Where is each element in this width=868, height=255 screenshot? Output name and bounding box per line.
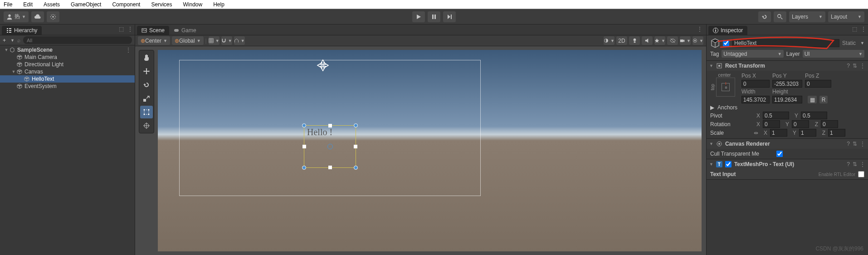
- handle-dropdown[interactable]: ⊛Global▼: [172, 36, 204, 45]
- add-icon[interactable]: +: [3, 37, 6, 44]
- cull-checkbox[interactable]: [776, 151, 783, 157]
- rect-tool[interactable]: [140, 106, 153, 118]
- rtl-checkbox[interactable]: [858, 171, 864, 177]
- panel-menu-icon[interactable]: ⋮: [697, 26, 702, 32]
- tree-row[interactable]: ▼Canvas: [0, 68, 135, 75]
- help-icon[interactable]: ?: [847, 63, 850, 69]
- menu-window[interactable]: Window: [183, 1, 202, 8]
- inspector-tab[interactable]: Inspector: [708, 26, 747, 35]
- tree-row[interactable]: HelloText: [0, 75, 135, 83]
- audio-button[interactable]: [642, 36, 653, 45]
- manage-button[interactable]: [47, 11, 59, 22]
- scene-viewport[interactable]: Hello !: [135, 46, 706, 255]
- layout-dropdown[interactable]: Layout▼: [828, 11, 864, 22]
- preset-icon[interactable]: ⇅: [853, 141, 857, 147]
- menu-file[interactable]: File: [4, 1, 12, 8]
- pivot-dropdown[interactable]: ⊕Center▼: [138, 36, 170, 45]
- hierarchy-search-input[interactable]: [23, 36, 132, 44]
- layers-dropdown[interactable]: Layers▼: [789, 11, 825, 22]
- panel-menu-icon[interactable]: ⋮: [127, 26, 133, 32]
- layer-dropdown[interactable]: UI▼: [803, 50, 864, 58]
- tag-dropdown[interactable]: Untagged▼: [722, 50, 783, 58]
- 2d-button[interactable]: 2D: [616, 36, 627, 45]
- posz-input[interactable]: [805, 80, 831, 88]
- tree-row[interactable]: Main Camera: [0, 54, 135, 61]
- pause-button[interactable]: [428, 11, 440, 22]
- menu-icon[interactable]: ⋮: [860, 63, 865, 69]
- hierarchy-tree[interactable]: ▼SampleScene⋮Main CameraDirectional Ligh…: [0, 45, 135, 255]
- scene-tab[interactable]: Scene: [137, 26, 169, 35]
- handle-tr[interactable]: [354, 123, 358, 128]
- cloud-button[interactable]: [31, 11, 44, 22]
- static-dropdown[interactable]: ▼: [860, 41, 864, 45]
- rect-transform-header[interactable]: ▼ Rect Transform ?⇅⋮: [707, 61, 868, 71]
- handle-tl[interactable]: [302, 123, 306, 128]
- handle-r[interactable]: [354, 145, 357, 148]
- menu-icon[interactable]: ⋮: [860, 141, 865, 147]
- gameobject-name-input[interactable]: [732, 39, 839, 47]
- hierarchy-tab[interactable]: Hierarchy: [2, 26, 42, 35]
- handle-b[interactable]: [328, 166, 332, 169]
- rot-y-input[interactable]: [792, 120, 809, 128]
- pivot-center-icon[interactable]: [327, 144, 333, 149]
- account-button[interactable]: 热 ▼: [4, 11, 29, 22]
- tmp-header[interactable]: ▼ T TextMeshPro - Text (UI) ?⇅⋮: [707, 159, 868, 169]
- panel-lock-icon[interactable]: ⬚: [119, 26, 124, 32]
- canvas-renderer-header[interactable]: ▼ Canvas Renderer ?⇅⋮: [707, 139, 868, 149]
- link-icon[interactable]: ⇹: [754, 130, 758, 136]
- blueprint-button[interactable]: ▦: [808, 96, 817, 103]
- pivot-x-input[interactable]: [763, 112, 789, 119]
- preset-icon[interactable]: ⇅: [853, 63, 857, 69]
- menu-icon[interactable]: ⋮: [126, 47, 131, 53]
- shading-dropdown[interactable]: ▼: [604, 36, 614, 45]
- help-icon[interactable]: ?: [847, 141, 850, 147]
- posx-input[interactable]: [741, 80, 770, 88]
- rotate-tool[interactable]: [140, 78, 153, 91]
- grid-button[interactable]: ▼: [209, 36, 219, 45]
- effects-button[interactable]: ▼: [654, 36, 665, 45]
- pivot-y-input[interactable]: [801, 112, 827, 119]
- camera-settings-button[interactable]: ▼: [680, 36, 691, 45]
- help-icon[interactable]: ?: [847, 161, 850, 167]
- game-tab[interactable]: Game: [169, 26, 201, 35]
- fold-icon[interactable]: ▼: [11, 69, 16, 74]
- rot-x-input[interactable]: [763, 120, 780, 128]
- tree-row[interactable]: ▼SampleScene⋮: [0, 46, 135, 54]
- hidden-button[interactable]: [667, 36, 678, 45]
- menu-edit[interactable]: Edit: [23, 1, 33, 8]
- menu-gameobject[interactable]: GameObject: [71, 1, 101, 8]
- handle-br[interactable]: [354, 166, 358, 170]
- height-input[interactable]: [772, 96, 802, 103]
- scale-x-input[interactable]: [770, 129, 787, 137]
- handle-bl[interactable]: [302, 166, 306, 170]
- menu-icon[interactable]: ⋮: [860, 161, 865, 167]
- move-tool[interactable]: [140, 65, 153, 78]
- selected-rect[interactable]: Hello !: [304, 125, 356, 168]
- fold-icon[interactable]: ▼: [4, 48, 9, 52]
- posy-input[interactable]: [772, 80, 802, 88]
- gizmo-button[interactable]: ▼: [692, 36, 703, 45]
- hand-tool[interactable]: [140, 51, 153, 64]
- preset-icon[interactable]: ⇅: [853, 161, 857, 167]
- transform-tool[interactable]: [140, 119, 153, 132]
- step-button[interactable]: [443, 11, 456, 22]
- increment-button[interactable]: ▼: [234, 36, 245, 45]
- anchors-label[interactable]: Anchors: [717, 104, 758, 111]
- scale-z-input[interactable]: [828, 129, 845, 137]
- menu-services[interactable]: Services: [151, 1, 172, 8]
- panel-menu-icon[interactable]: ⋮: [861, 26, 866, 32]
- undo-history-button[interactable]: [758, 11, 771, 22]
- lighting-button[interactable]: [629, 36, 640, 45]
- raw-edit-button[interactable]: R: [819, 96, 828, 103]
- handle-l[interactable]: [302, 145, 306, 148]
- anchor-preset-button[interactable]: [716, 78, 735, 97]
- scale-tool[interactable]: [140, 92, 153, 105]
- rot-z-input[interactable]: [821, 120, 838, 128]
- menu-help[interactable]: Help: [213, 1, 224, 8]
- search-button[interactable]: [774, 11, 786, 22]
- tree-row[interactable]: EventSystem: [0, 83, 135, 90]
- tmp-enabled-checkbox[interactable]: [725, 161, 731, 167]
- menu-component[interactable]: Component: [112, 1, 140, 8]
- scale-y-input[interactable]: [799, 129, 816, 137]
- tree-row[interactable]: Directional Light: [0, 61, 135, 68]
